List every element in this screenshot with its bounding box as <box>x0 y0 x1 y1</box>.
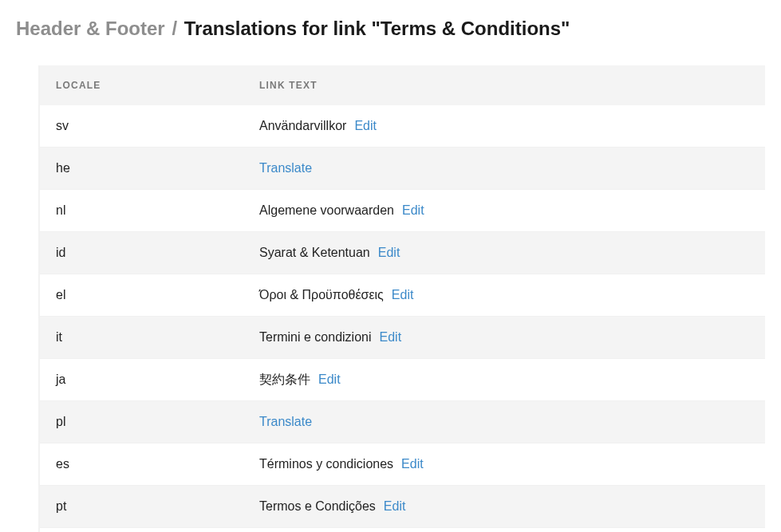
linktext-value: Syarat & Ketentuan <box>259 246 370 259</box>
table-row: svAnvändarvillkorEdit <box>40 105 765 148</box>
locale-cell: pt <box>40 486 243 528</box>
linktext-cell: AnvändarvillkorEdit <box>243 105 765 148</box>
linktext-cell: Translate <box>243 528 765 533</box>
edit-link[interactable]: Edit <box>354 119 377 132</box>
breadcrumb: Header & Footer / Translations for link … <box>16 14 765 43</box>
locale-cell: ja <box>40 359 243 401</box>
breadcrumb-separator: / <box>170 18 179 39</box>
edit-link[interactable]: Edit <box>392 288 414 301</box>
table-row: plTranslate <box>40 401 765 443</box>
edit-link[interactable]: Edit <box>384 499 406 513</box>
linktext-cell: Termos e CondiçõesEdit <box>243 486 765 528</box>
locale-cell: pl <box>40 401 243 443</box>
edit-link[interactable]: Edit <box>378 246 400 259</box>
linktext-cell: Termini e condizioniEdit <box>243 317 765 359</box>
table-row: esTérminos y condicionesEdit <box>40 443 765 486</box>
linktext-value: Termos e Condições <box>259 499 376 513</box>
locale-cell: es <box>40 443 243 486</box>
linktext-value: Algemene voorwaarden <box>259 203 394 217</box>
edit-link[interactable]: Edit <box>401 457 424 471</box>
breadcrumb-current: Translations for link "Terms & Condition… <box>184 18 570 39</box>
translate-link[interactable]: Translate <box>259 161 312 175</box>
linktext-cell: Translate <box>243 401 765 443</box>
linktext-cell: Algemene voorwaardenEdit <box>243 190 765 232</box>
linktext-cell: Syarat & KetentuanEdit <box>243 232 765 274</box>
locale-cell: nl <box>40 190 243 232</box>
linktext-value: Όροι & Προϋποθέσεις <box>259 288 384 301</box>
table-row: elΌροι & ΠροϋποθέσειςEdit <box>40 274 765 317</box>
edit-link[interactable]: Edit <box>318 372 341 386</box>
locale-cell: he <box>40 148 243 190</box>
table-row: ja契約条件Edit <box>40 359 765 401</box>
breadcrumb-prev[interactable]: Header & Footer <box>16 18 165 39</box>
linktext-value: 契約条件 <box>259 372 310 386</box>
linktext-cell: Translate <box>243 148 765 190</box>
table-row: roTranslate <box>40 528 765 533</box>
locale-cell: sv <box>40 105 243 148</box>
linktext-value: Termini e condizioni <box>259 330 372 344</box>
linktext-value: Términos y condiciones <box>259 457 393 471</box>
locale-cell: it <box>40 317 243 359</box>
translations-table: LOCALE LINK TEXT svAnvändarvillkorEdithe… <box>40 65 765 532</box>
table-row: nlAlgemene voorwaardenEdit <box>40 190 765 232</box>
locale-cell: ro <box>40 528 243 533</box>
content-area: LOCALE LINK TEXT svAnvändarvillkorEdithe… <box>38 65 765 532</box>
linktext-value: Användarvillkor <box>259 119 346 132</box>
linktext-cell: 契約条件Edit <box>243 359 765 401</box>
page-root: Header & Footer / Translations for link … <box>0 0 781 532</box>
edit-link[interactable]: Edit <box>402 203 424 217</box>
table-row: idSyarat & KetentuanEdit <box>40 232 765 274</box>
translate-link[interactable]: Translate <box>259 415 312 428</box>
column-header-locale: LOCALE <box>40 65 243 105</box>
table-row: ptTermos e CondiçõesEdit <box>40 486 765 528</box>
table-header-row: LOCALE LINK TEXT <box>40 65 765 105</box>
table-row: heTranslate <box>40 148 765 190</box>
locale-cell: el <box>40 274 243 317</box>
edit-link[interactable]: Edit <box>380 330 402 344</box>
table-row: itTermini e condizioniEdit <box>40 317 765 359</box>
linktext-cell: Όροι & ΠροϋποθέσειςEdit <box>243 274 765 317</box>
column-header-linktext: LINK TEXT <box>243 65 765 105</box>
linktext-cell: Términos y condicionesEdit <box>243 443 765 486</box>
locale-cell: id <box>40 232 243 274</box>
